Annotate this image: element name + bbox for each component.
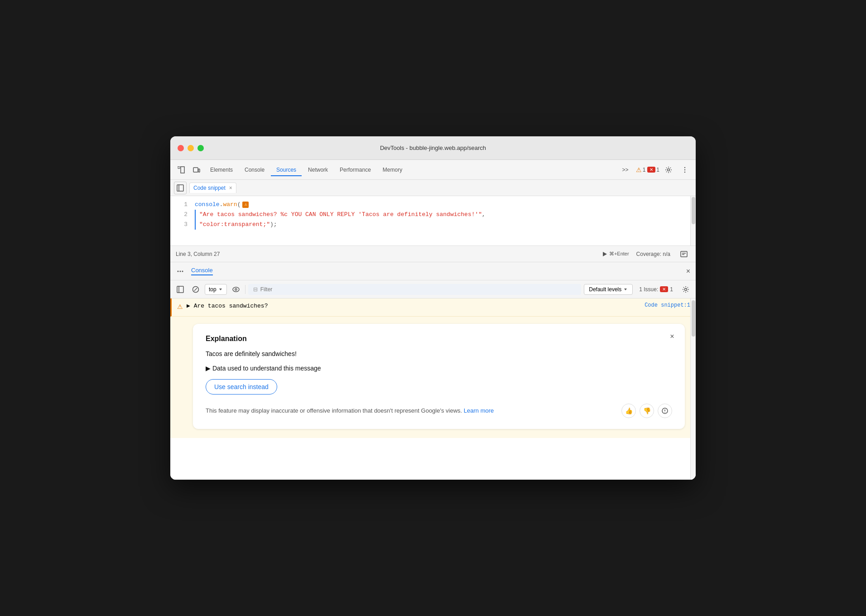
svg-point-28 <box>664 412 665 413</box>
warn-count: 1 <box>643 167 646 173</box>
clear-console-icon[interactable] <box>189 283 202 296</box>
svg-marker-10 <box>603 252 607 256</box>
window-controls <box>178 145 204 151</box>
filter-input-wrap[interactable]: ⊟ <box>248 284 582 295</box>
more-options-icon[interactable] <box>678 163 692 177</box>
snippet-tab[interactable]: Code snippet × <box>189 183 236 193</box>
issue-badge: 1 Issue: ✕ 1 <box>635 284 677 294</box>
data-used-row[interactable]: ▶ Data used to understand this message <box>206 365 672 372</box>
svg-point-16 <box>182 270 183 272</box>
explanation-area: Explanation × Tacos are definitely sandw… <box>170 317 696 438</box>
tab-elements[interactable]: Elements <box>205 164 238 176</box>
warn-icon: ⚠ <box>636 166 642 173</box>
console-more-icon[interactable] <box>174 265 187 278</box>
devtools-tab-bar: Elements Console Sources Network Perform… <box>170 160 696 180</box>
snippet-header: Code snippet × <box>170 180 696 196</box>
err-count: 1 <box>656 167 659 173</box>
coverage-label: Coverage: n/a <box>636 251 670 257</box>
svg-point-5 <box>684 167 685 168</box>
feedback-buttons: 👍 👎 <box>621 404 672 418</box>
svg-rect-2 <box>193 168 198 172</box>
status-bar: Line 3, Column 27 ⌘+Enter Coverage: n/a <box>170 246 696 262</box>
device-toggle-icon[interactable] <box>189 163 204 177</box>
tabs-right: >> ⚠ 1 ✕ 1 <box>617 163 692 177</box>
console-sidebar-icon[interactable] <box>174 283 187 296</box>
console-toolbar: top ⊟ Default levels 1 Issue: ✕ 1 <box>170 280 696 298</box>
close-button[interactable] <box>178 145 184 151</box>
eye-icon[interactable] <box>230 283 242 296</box>
console-close-button[interactable]: × <box>684 265 692 277</box>
svg-line-20 <box>194 288 197 291</box>
console-content: ⚠ ▶ Are tacos sandwiches? Code snippet:1… <box>170 298 696 480</box>
cursor-icon[interactable] <box>174 163 188 177</box>
line-content-2: "Are tacos sandwiches? %c YOU CAN ONLY R… <box>195 210 692 220</box>
warn-source-link[interactable]: Code snippet:1 <box>645 302 690 308</box>
line-content-3: "color:transparent;"); <box>195 220 692 230</box>
editor-scrollbar[interactable] <box>690 196 696 245</box>
line-num-1: 1 <box>174 200 188 210</box>
thumbs-down-button[interactable]: 👎 <box>640 404 654 418</box>
status-right: ⌘+Enter Coverage: n/a <box>602 248 690 260</box>
svg-rect-17 <box>177 286 183 293</box>
cursor-position: Line 3, Column 27 <box>176 251 220 257</box>
more-tabs-button[interactable]: >> <box>617 164 634 176</box>
tab-network[interactable]: Network <box>303 164 333 176</box>
issue-count-badge: ✕ <box>660 286 668 292</box>
console-settings-icon[interactable] <box>679 283 692 296</box>
data-used-label: ▶ Data used to understand this message <box>206 365 321 372</box>
filter-input[interactable] <box>260 286 577 293</box>
console-title: Console <box>191 267 213 275</box>
devtools-window: DevTools - bubble-jingle.web.app/search … <box>170 136 696 480</box>
snippet-sidebar-icon[interactable] <box>174 182 187 194</box>
context-selector[interactable]: top <box>205 284 227 295</box>
learn-more-link[interactable]: Learn more <box>464 407 494 414</box>
svg-point-22 <box>233 287 239 292</box>
format-icon[interactable] <box>678 248 690 260</box>
err-badge-group: ✕ 1 <box>647 167 659 173</box>
tab-console[interactable]: Console <box>239 164 270 176</box>
minimize-button[interactable] <box>188 145 194 151</box>
warn-triangle-icon: ⚠ <box>177 303 183 310</box>
window-title: DevTools - bubble-jingle.web.app/search <box>380 144 486 151</box>
console-scrollbar[interactable] <box>690 298 696 480</box>
explanation-card: Explanation × Tacos are definitely sandw… <box>193 324 685 429</box>
thumbs-up-button[interactable]: 👍 <box>621 404 636 418</box>
log-level-label: Default levels <box>589 286 621 293</box>
err-badge: ✕ <box>647 167 655 173</box>
warn-message: ▶ Are tacos sandwiches? <box>187 302 641 309</box>
svg-marker-21 <box>219 289 222 290</box>
svg-rect-3 <box>198 169 200 172</box>
explanation-title: Explanation <box>206 335 672 343</box>
svg-rect-1 <box>181 167 184 173</box>
tab-memory[interactable]: Memory <box>377 164 408 176</box>
svg-point-15 <box>180 270 181 272</box>
console-warn-row: ⚠ ▶ Are tacos sandwiches? Code snippet:1 <box>170 298 696 317</box>
explanation-close-button[interactable]: × <box>667 331 678 342</box>
snippet-tab-close[interactable]: × <box>229 185 232 191</box>
tab-performance[interactable]: Performance <box>334 164 376 176</box>
report-button[interactable] <box>658 404 672 418</box>
tab-sources[interactable]: Sources <box>271 164 302 176</box>
svg-point-25 <box>685 288 687 290</box>
settings-icon[interactable] <box>661 163 676 177</box>
svg-marker-24 <box>624 289 627 290</box>
svg-point-14 <box>178 270 179 272</box>
use-search-button[interactable]: Use search instead <box>206 379 277 395</box>
warn-inline-icon: ⚠ <box>242 202 249 208</box>
run-shortcut: ⌘+Enter <box>609 251 629 257</box>
log-level-selector[interactable]: Default levels <box>584 284 633 295</box>
code-editor[interactable]: 1 console.warn(⚠ 2 "Are tacos sandwiches… <box>170 196 696 246</box>
svg-point-6 <box>684 169 685 170</box>
snippet-tab-label: Code snippet <box>193 185 226 191</box>
toolbar-divider <box>245 285 245 294</box>
code-line-3: 3 "color:transparent;"); <box>170 220 696 230</box>
editor-scrollbar-thumb <box>692 197 695 224</box>
svg-point-23 <box>235 289 237 290</box>
maximize-button[interactable] <box>197 145 204 151</box>
svg-point-7 <box>684 171 685 172</box>
run-button[interactable]: ⌘+Enter <box>602 251 629 257</box>
disclaimer-row: This feature may display inaccurate or o… <box>206 404 672 418</box>
disclaimer-text: This feature may display inaccurate or o… <box>206 406 614 415</box>
line-content-1: console.warn(⚠ <box>195 200 692 210</box>
svg-rect-11 <box>681 251 687 257</box>
